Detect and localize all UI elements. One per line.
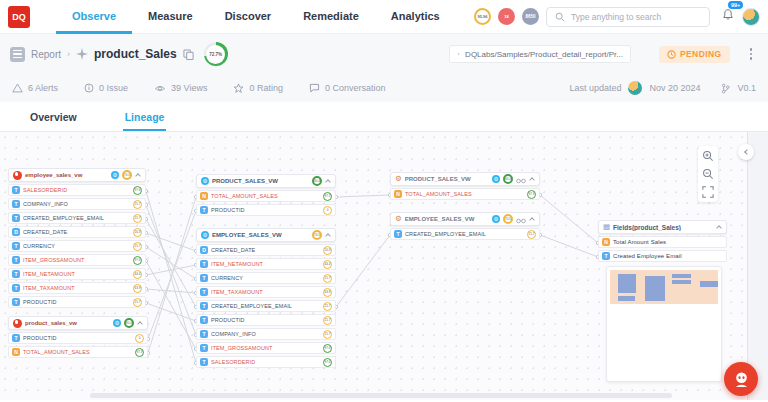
- search-placeholder: Type anything to search: [571, 12, 661, 22]
- column-name: TOTAL_AMOUNT_SALES: [405, 191, 524, 197]
- zoom-in-button[interactable]: [701, 149, 715, 163]
- chevron-up-icon: [529, 177, 535, 183]
- column-row[interactable]: TCREATED_EMPLOYEE_EMAIL21.7: [8, 212, 146, 224]
- column-type-icon: N: [12, 348, 20, 356]
- node-header[interactable]: ⚙EMPLOYEE_SALES_VW70.5: [196, 228, 336, 242]
- node-header[interactable]: ⚙EMPLOYEE_SALES_VW⚙70.5: [390, 212, 540, 226]
- column-row[interactable]: TPRODUCTID21.7: [196, 314, 336, 326]
- rating-stat[interactable]: 0 Rating: [233, 83, 283, 94]
- report-preview-card[interactable]: [606, 266, 722, 382]
- chevron-up-icon: [716, 225, 722, 231]
- nav-item-discover[interactable]: Discover: [209, 0, 287, 34]
- column-row[interactable]: NTOTAL_AMOUNT_SALES97.3: [390, 188, 540, 200]
- notifications-button[interactable]: 99+: [721, 7, 735, 26]
- column-row[interactable]: TPRODUCTID21.7: [8, 296, 146, 308]
- column-row[interactable]: TITEM_NETAMOUNT44.4: [8, 268, 146, 280]
- column-row[interactable]: TPRODUCTID0: [196, 204, 336, 216]
- dq-assistant-button[interactable]: [724, 362, 758, 396]
- column-row[interactable]: TITEM_NETAMOUNT44.4: [196, 258, 336, 270]
- nav-item-measure[interactable]: Measure: [132, 0, 209, 34]
- nav-item-observe[interactable]: Observe: [56, 0, 132, 34]
- column-row[interactable]: TCreated Employee Email: [598, 250, 727, 262]
- column-name: SALESORDERID: [211, 359, 320, 365]
- column-type-icon: N: [200, 192, 208, 200]
- nav-item-remediate[interactable]: Remediate: [287, 0, 375, 34]
- version-label[interactable]: V0.1: [737, 83, 756, 93]
- global-search-input[interactable]: Type anything to search: [546, 7, 710, 27]
- dq-logo[interactable]: DQ: [8, 6, 30, 28]
- column-row[interactable]: TITEM_GROSSAMOUNT97.6: [8, 254, 146, 266]
- copy-icon[interactable]: [183, 49, 194, 60]
- status-badge[interactable]: PENDING: [659, 46, 730, 63]
- gear-circle-icon: ⚙: [113, 319, 121, 327]
- column-row[interactable]: TITEM_GROSSAMOUNT97.6: [196, 342, 336, 354]
- updater-avatar[interactable]: [628, 81, 642, 95]
- column-row[interactable]: TCREATED_EMPLOYEE_EMAIL21.7: [196, 300, 336, 312]
- tab-lineage[interactable]: Lineage: [123, 111, 167, 131]
- column-row[interactable]: TITEM_TAXAMOUNT63.9: [196, 286, 336, 298]
- score-ring-badge: 70.5: [312, 230, 322, 240]
- node-header[interactable]: ⚙PRODUCT_SALES_VW⚙80.4: [390, 172, 540, 186]
- views-count: 39 Views: [171, 83, 207, 93]
- column-row[interactable]: DCREATED_DATE20.3: [196, 244, 336, 256]
- more-options-button[interactable]: [744, 45, 759, 63]
- column-type-icon: T: [200, 330, 208, 338]
- issue-info-icon: [84, 83, 94, 93]
- column-type-icon: T: [12, 256, 20, 264]
- pending-clock-icon: [667, 50, 676, 59]
- fit-view-button[interactable]: [701, 185, 715, 199]
- binoculars-icon: [516, 170, 526, 188]
- views-stat[interactable]: 39 Views: [154, 83, 207, 93]
- nav-item-analytics[interactable]: Analytics: [375, 0, 456, 34]
- column-row[interactable]: TSALESORDERID97.6: [8, 184, 146, 196]
- alerts-stat[interactable]: 6 Alerts: [12, 83, 58, 93]
- column-row[interactable]: TCOMPANY_INFO21.7: [196, 328, 336, 340]
- source-table-icon: [13, 319, 22, 328]
- quality-score-badge[interactable]: 95.96: [474, 8, 491, 25]
- asset-path-pill[interactable]: DQLabs/Samples/Product_detail_report/Pr.…: [449, 45, 631, 63]
- column-row[interactable]: TSALESORDERID97.6: [196, 356, 336, 368]
- node-header[interactable]: product_sales_vw⚙80.4: [8, 316, 148, 330]
- conversation-stat[interactable]: 0 Conversation: [309, 83, 386, 93]
- column-row[interactable]: DCREATED_DATE20.3: [8, 226, 146, 238]
- assets-count-badge[interactable]: 8650: [522, 8, 539, 25]
- column-type-icon: T: [200, 260, 208, 268]
- node-header[interactable]: ▦Fields(product_Sales): [598, 220, 727, 234]
- column-row[interactable]: TCURRENCY21.7: [196, 272, 336, 284]
- column-row[interactable]: NTOTAL_AMOUNT_SALES97.3: [8, 346, 148, 358]
- horizontal-scrollbar[interactable]: [90, 393, 672, 398]
- issues-stat[interactable]: 0 Issue: [84, 83, 128, 93]
- column-row[interactable]: TITEM_TAXAMOUNT63.9: [8, 282, 146, 294]
- gear-circle-icon: ⚙: [111, 171, 119, 179]
- main-nav: Observe Measure Discover Remediate Analy…: [56, 0, 456, 34]
- column-type-icon: T: [12, 214, 20, 222]
- column-row[interactable]: TCREATED_EMPLOYEE_EMAIL21.7: [390, 228, 540, 240]
- column-row[interactable]: TCURRENCY21.7: [8, 240, 146, 252]
- column-name: ITEM_TAXAMOUNT: [211, 289, 320, 295]
- sparkle-icon: [76, 48, 88, 60]
- tab-overview[interactable]: Overview: [28, 111, 79, 131]
- column-row[interactable]: TCOMPANY_INFO21.7: [8, 198, 146, 210]
- node-header[interactable]: ⚙PRODUCT_SALES_VW80.4: [196, 174, 336, 188]
- lineage-canvas[interactable]: employee_sales_vw⚙70.5TSALESORDERID97.6T…: [0, 132, 768, 400]
- panel-collapse-button[interactable]: [738, 144, 754, 160]
- node-title: PRODUCT_SALES_VW: [212, 178, 309, 184]
- column-row[interactable]: NTotal Amount Sales: [598, 236, 727, 248]
- node-header[interactable]: employee_sales_vw⚙70.5: [8, 168, 146, 182]
- column-row[interactable]: NTOTAL_AMOUNT_SALES97.3: [196, 190, 336, 202]
- column-row[interactable]: TPRODUCTID0: [8, 332, 148, 344]
- breadcrumb-root[interactable]: Report: [31, 49, 61, 60]
- column-name: TOTAL_AMOUNT_SALES: [23, 349, 132, 355]
- score-ring-badge: 63.9: [133, 284, 142, 293]
- score-ring-badge: 97.6: [323, 358, 332, 367]
- column-name: PRODUCTID: [23, 299, 130, 305]
- alerts-count-badge[interactable]: 18: [498, 8, 515, 25]
- column-type-icon: T: [200, 206, 208, 214]
- conversation-count: 0 Conversation: [325, 83, 386, 93]
- zoom-out-button[interactable]: [701, 167, 715, 181]
- gear-circle-icon: ⚙: [201, 177, 209, 185]
- score-ring-badge: 21.7: [323, 330, 332, 339]
- user-avatar[interactable]: [742, 8, 760, 26]
- quality-score-ring[interactable]: 72.7%: [204, 42, 228, 66]
- node-title: product_sales_vw: [25, 320, 110, 326]
